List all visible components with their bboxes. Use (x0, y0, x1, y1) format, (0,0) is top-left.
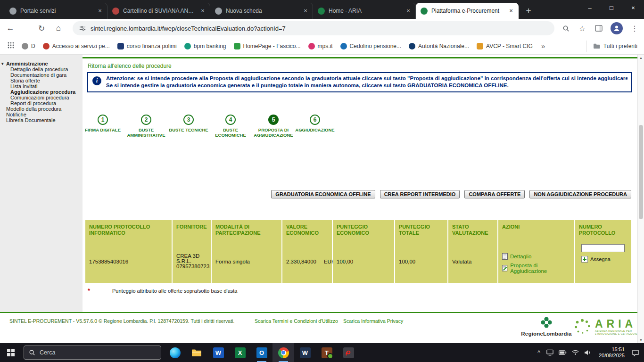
footnote-text: Punteggio attribuito alle offerte sopra/… (112, 288, 237, 294)
privacy-link[interactable]: Scarica Informativa Privacy (343, 318, 403, 324)
bookmark-favicon (184, 43, 191, 49)
taskbar-clock[interactable]: 15:51 20/08/2025 (599, 346, 625, 359)
tree-collapse-icon[interactable]: ▾ (1, 61, 4, 66)
vertical-scrollbar[interactable]: ▲ ▼ (637, 55, 644, 343)
network-tray-icon[interactable] (572, 350, 579, 355)
browser-tab-cartellino[interactable]: Cartellino di SUVIANA ANTO × (107, 3, 210, 19)
bookmark-item[interactable]: HomePage - Fascico... (234, 43, 301, 49)
bookmark-favicon (477, 43, 483, 49)
page-footer: SINTEL E-PROCUREMENT - V5.57.6.0 © Regio… (0, 312, 644, 343)
step-buste-economiche: 4 BUSTE ECONOMICHE (208, 115, 253, 138)
bookmark-item[interactable]: corso finanza polimi (117, 43, 177, 49)
battery-tray-icon[interactable] (559, 350, 567, 355)
browser-tab-strip: Portale servizi × Cartellino di SUVIANA … (0, 0, 644, 19)
cell-numero-protocollo: Assegna (575, 242, 631, 283)
dettaglio-label: Dettaglio (510, 254, 531, 259)
column-header: NUMERO PROTOCOLLO (575, 220, 631, 242)
non-aggiudicazione-procedura-button[interactable]: NON AGGIUDICAZIONE PROCEDURA (529, 190, 631, 198)
home-icon[interactable]: ⌂ (52, 22, 65, 35)
bookmarks-overflow-icon[interactable]: » (541, 42, 545, 50)
scrollbar-thumb[interactable] (639, 125, 643, 219)
tab-close-icon[interactable]: × (302, 7, 309, 15)
excel-app-icon[interactable]: X (229, 343, 251, 362)
bookmark-item[interactable]: Accesso ai servizi pe... (43, 43, 110, 49)
column-header: PUNTEGGIO ECONOMICO (333, 220, 394, 242)
scroll-up-icon[interactable]: ▲ (638, 56, 644, 59)
start-button[interactable] (0, 343, 22, 362)
bookmarks-bar: D Accesso ai servizi pe... corso finanza… (0, 38, 644, 55)
bookmark-item[interactable]: mps.it (308, 43, 333, 49)
sidebar-item-label: Comunicazioni procedura (10, 95, 69, 100)
taskbar-search-box[interactable]: Cerca (24, 346, 161, 360)
column-header: NUMERO PROTOCOLLO INFORMATICO (85, 220, 172, 242)
display-tray-icon[interactable] (546, 349, 553, 356)
tab-close-icon[interactable]: × (405, 7, 412, 15)
address-bar[interactable]: sintel.regione.lombardia.it/fwep/closeTe… (73, 21, 554, 35)
proposta-label: Proposta di Aggiudicazione (510, 263, 571, 274)
window-close-button[interactable]: × (622, 0, 644, 15)
site-info-icon[interactable] (79, 25, 86, 32)
tab-favicon (112, 8, 119, 15)
browser-tab-piattaforma-eprocurement[interactable]: Piattaforma e-Procurement × (416, 3, 519, 19)
acrobat-app-icon[interactable] (338, 343, 359, 362)
sidebar-item-label: Lista invitati (10, 83, 37, 89)
window-minimize-button[interactable]: – (579, 0, 601, 15)
offers-table: NUMERO PROTOCOLLO INFORMATICO FORNITORE … (85, 220, 631, 283)
sidebar-item-label: Amministrazione (6, 61, 48, 66)
step-label: BUSTE AMMINISTRATIVE (124, 127, 169, 138)
browser-tab-portale-servizi[interactable]: Portale servizi × (5, 3, 107, 19)
scroll-down-icon[interactable]: ▼ (638, 338, 644, 342)
refresh-icon[interactable]: ↻ (35, 22, 48, 35)
bookmark-item[interactable]: Cedolino pensione... (340, 43, 401, 49)
aria-dots-icon (573, 318, 591, 336)
crea-report-intermedio-button[interactable]: CREA REPORT INTERMEDIO (380, 190, 460, 198)
graduatoria-economica-offline-button[interactable]: GRADUATORIA ECONOMICA OFFLINE (271, 190, 375, 198)
chrome-app-icon[interactable] (272, 343, 294, 362)
all-favorites-button[interactable]: Tutti i preferiti (586, 41, 637, 52)
w-app-icon[interactable]: W (294, 343, 316, 362)
browser-menu-icon[interactable]: ⋮ (630, 24, 639, 33)
back-icon[interactable]: ← (4, 22, 17, 35)
bookmark-item[interactable]: AVCP - Smart CIG (477, 43, 533, 49)
step-number: 6 (310, 115, 320, 125)
sidebar-item-libreria-documentale[interactable]: Libreria Documentale (0, 118, 83, 123)
tray-expand-icon[interactable]: ^ (537, 349, 540, 356)
compara-offerte-button[interactable]: COMPARA OFFERTE (464, 190, 525, 198)
tab-close-icon[interactable]: × (507, 7, 515, 15)
protocol-number-input[interactable] (581, 244, 625, 252)
proposta-di-aggiudicazione-link[interactable]: Proposta di Aggiudicazione (502, 263, 571, 274)
bookmark-star-icon[interactable]: ☆ (578, 24, 587, 33)
assegna-button[interactable]: Assegna (581, 256, 628, 263)
side-panel-icon[interactable] (594, 24, 603, 33)
word-app-icon[interactable]: W (207, 343, 229, 362)
dettaglio-link[interactable]: Dettaglio (502, 253, 571, 260)
back-to-procedures-link[interactable]: Ritorna all'elenco delle procedure (88, 63, 172, 69)
zoom-icon[interactable] (561, 24, 570, 33)
apps-grid-icon[interactable] (8, 42, 14, 50)
column-header: PUNTEGGIO TOTALE (395, 220, 447, 242)
bookmark-item[interactable]: D (22, 43, 35, 49)
bookmark-item[interactable]: bpm banking (184, 43, 226, 49)
terms-link[interactable]: Scarica Termini e Condizioni d'Utilizzo (255, 318, 338, 324)
t-app-icon[interactable]: T (316, 343, 338, 362)
tab-close-icon[interactable]: × (199, 7, 206, 15)
tab-close-icon[interactable]: × (96, 7, 104, 15)
new-tab-button[interactable]: + (522, 5, 535, 17)
outlook-app-icon[interactable]: O (251, 343, 272, 362)
edge-app-icon[interactable] (164, 343, 186, 362)
profile-avatar[interactable] (611, 22, 623, 34)
bookmark-item[interactable]: Autorità Nazionale... (409, 43, 469, 49)
rosa-camuna-icon (541, 317, 552, 328)
step-number: 2 (141, 115, 151, 125)
file-explorer-app-icon[interactable] (186, 343, 207, 362)
browser-tabs: Portale servizi × Cartellino di SUVIANA … (5, 3, 535, 19)
volume-tray-icon[interactable] (584, 350, 591, 355)
browser-tab-nuova-scheda[interactable]: Nuova scheda × (210, 3, 313, 19)
fornitore-vat: 07957380723 (176, 264, 208, 269)
bookmark-favicon (43, 43, 50, 49)
window-maximize-button[interactable]: □ (601, 0, 622, 15)
step-label: BUSTE TECNICHE (166, 127, 211, 132)
bookmark-label: mps.it (318, 43, 333, 49)
action-center-icon[interactable] (632, 349, 639, 356)
browser-tab-home-aria[interactable]: Home - ARIA × (313, 3, 416, 19)
